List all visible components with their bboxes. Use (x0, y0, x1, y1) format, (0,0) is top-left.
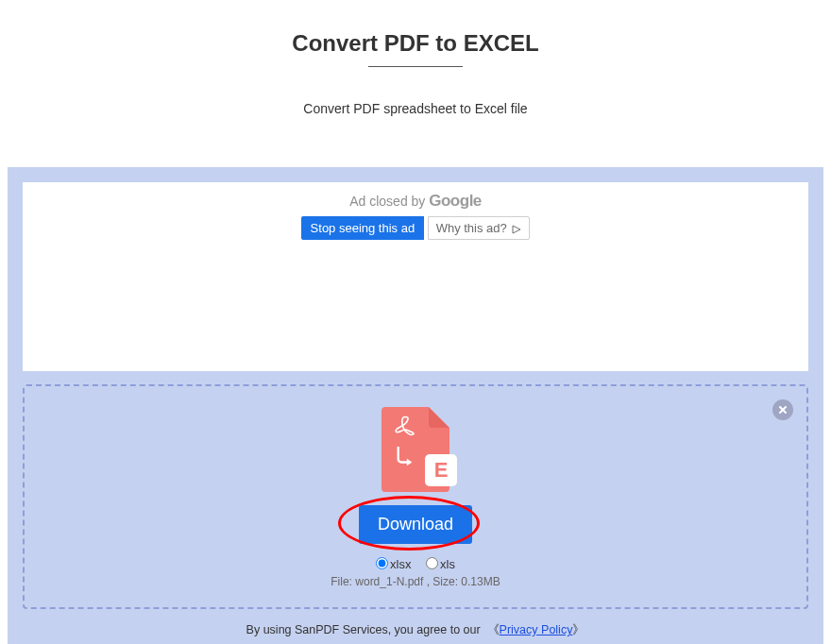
ad-closed-text: Ad closed by Google (23, 192, 808, 211)
pdf-to-excel-icon: E (382, 407, 449, 492)
file-fold-corner (429, 407, 449, 428)
format-option-xlsx[interactable]: xlsx (376, 557, 415, 571)
close-button[interactable] (772, 399, 793, 420)
excel-badge: E (425, 454, 457, 486)
terms-text: By using SanPDF Services, you agree to o… (246, 623, 481, 636)
bracket-open: 《 (487, 623, 500, 636)
ad-buttons-row: Stop seeing this ad Why this ad? (23, 216, 808, 240)
radio-xlsx-label: xlsx (390, 557, 411, 571)
page-title: Convert PDF to EXCEL (0, 30, 831, 57)
adchoices-icon (512, 225, 521, 234)
terms-footer: By using SanPDF Services, you agree to o… (23, 622, 808, 638)
close-icon (778, 405, 788, 415)
format-option-xls[interactable]: xls (426, 557, 455, 571)
download-button[interactable]: Download (359, 505, 472, 544)
ad-container: Ad closed by Google Stop seeing this ad … (23, 182, 808, 371)
why-this-ad-button[interactable]: Why this ad? (428, 216, 531, 240)
excel-e-letter: E (434, 458, 449, 483)
title-underline (368, 66, 463, 67)
radio-xls[interactable] (426, 557, 438, 569)
google-logo: Google (429, 192, 482, 210)
stop-seeing-ad-button[interactable]: Stop seeing this ad (301, 216, 425, 240)
page-subtitle: Convert PDF spreadsheet to Excel file (0, 101, 831, 116)
file-info-text: File: word_1-N.pdf , Size: 0.13MB (25, 575, 806, 588)
ad-closed-prefix: Ad closed by (349, 194, 425, 209)
acrobat-icon (393, 415, 417, 439)
main-panel: Ad closed by Google Stop seeing this ad … (8, 167, 823, 644)
bracket-close: 》 (572, 623, 585, 636)
convert-arrow-icon (395, 445, 416, 469)
format-radio-group: xlsx xls (25, 557, 806, 571)
why-this-ad-label: Why this ad? (436, 221, 507, 235)
drop-zone[interactable]: E Download xlsx xls File: word_1-N.pdf ,… (23, 384, 808, 609)
radio-xlsx[interactable] (376, 557, 388, 569)
radio-xls-label: xls (440, 557, 455, 571)
privacy-policy-link[interactable]: Privacy Policy (500, 623, 573, 636)
